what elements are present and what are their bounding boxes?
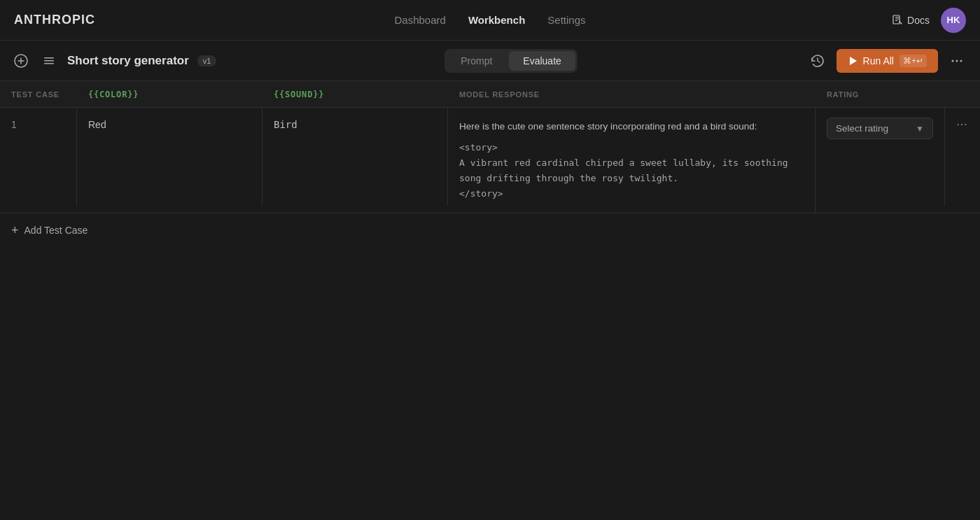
svg-marker-8 <box>850 57 857 65</box>
plus-icon: + <box>11 223 19 238</box>
play-icon <box>848 56 858 66</box>
svg-rect-2 <box>895 18 899 19</box>
run-shortcut: ⌘+↵ <box>899 55 927 67</box>
svg-point-10 <box>955 59 958 62</box>
docs-icon <box>892 15 903 26</box>
row-number: 1 <box>0 108 77 206</box>
add-project-button[interactable] <box>11 51 31 71</box>
col-sound: {{SOUND}} <box>262 90 448 99</box>
svg-rect-3 <box>895 20 897 21</box>
rating-cell: Select rating ▼ <box>816 108 945 206</box>
rating-select[interactable]: Select rating ▼ <box>827 118 933 139</box>
tab-switcher: Prompt Evaluate <box>444 49 578 73</box>
color-cell: Red <box>77 108 262 206</box>
test-case-table: TEST CASE {{COLOR}} {{SOUND}} MODEL RESP… <box>0 81 980 213</box>
nav-settings[interactable]: Settings <box>547 14 585 26</box>
row-more-button[interactable]: ⋯ <box>956 118 969 131</box>
row-actions-cell: ⋯ <box>945 108 980 206</box>
nav-workbench[interactable]: Workbench <box>468 14 525 26</box>
svg-rect-6 <box>44 60 54 62</box>
model-response-cell: Here is the cute one sentence story inco… <box>448 108 816 213</box>
run-all-label: Run All <box>863 55 894 66</box>
header-more-button[interactable] <box>945 49 969 73</box>
col-test-case: TEST CASE <box>0 90 77 99</box>
table-header: TEST CASE {{COLOR}} {{SOUND}} MODEL RESP… <box>0 81 980 108</box>
brand-logo: ANTHROPIC <box>14 13 95 27</box>
header-right: Run All ⌘+↵ <box>806 49 969 73</box>
svg-point-9 <box>951 59 953 62</box>
rating-select-label: Select rating <box>836 123 888 134</box>
nav-center: Dashboard Workbench Settings <box>395 14 586 26</box>
user-avatar[interactable]: HK <box>941 8 966 33</box>
svg-rect-7 <box>44 63 54 64</box>
docs-label: Docs <box>907 15 930 26</box>
table-row: 1 Red Bird Here is the cute one sentence… <box>0 108 980 213</box>
version-badge: v1 <box>197 55 217 66</box>
project-title: Short story generator <box>67 54 189 68</box>
add-test-case-button[interactable]: + Add Test Case <box>0 213 980 248</box>
history-button[interactable] <box>806 49 830 73</box>
chevron-down-icon: ▼ <box>916 124 924 134</box>
nav-right: Docs HK <box>892 8 966 33</box>
svg-rect-0 <box>893 15 899 24</box>
svg-rect-1 <box>895 17 899 17</box>
svg-point-11 <box>960 59 962 62</box>
tab-prompt[interactable]: Prompt <box>447 51 506 71</box>
list-icon[interactable] <box>39 51 59 71</box>
col-model-response: MODEL RESPONSE <box>448 90 816 99</box>
col-rating: RATING <box>816 90 945 99</box>
run-all-button[interactable]: Run All ⌘+↵ <box>836 49 938 73</box>
nav-left: ANTHROPIC <box>14 13 123 27</box>
add-test-case-label: Add Test Case <box>24 225 88 236</box>
docs-button[interactable]: Docs <box>892 15 930 26</box>
top-navigation: ANTHROPIC Dashboard Workbench Settings D… <box>0 0 980 41</box>
sound-cell: Bird <box>262 108 448 206</box>
header-left: Short story generator v1 <box>11 51 216 71</box>
nav-dashboard[interactable]: Dashboard <box>395 14 446 26</box>
svg-rect-5 <box>44 57 54 59</box>
workbench-header: Short story generator v1 Prompt Evaluate… <box>0 41 980 81</box>
model-response-intro: Here is the cute one sentence story inco… <box>459 119 804 134</box>
model-response-story: <story> A vibrant red cardinal chirped a… <box>459 140 804 202</box>
tab-evaluate[interactable]: Evaluate <box>509 51 575 71</box>
col-color: {{COLOR}} <box>77 90 262 99</box>
